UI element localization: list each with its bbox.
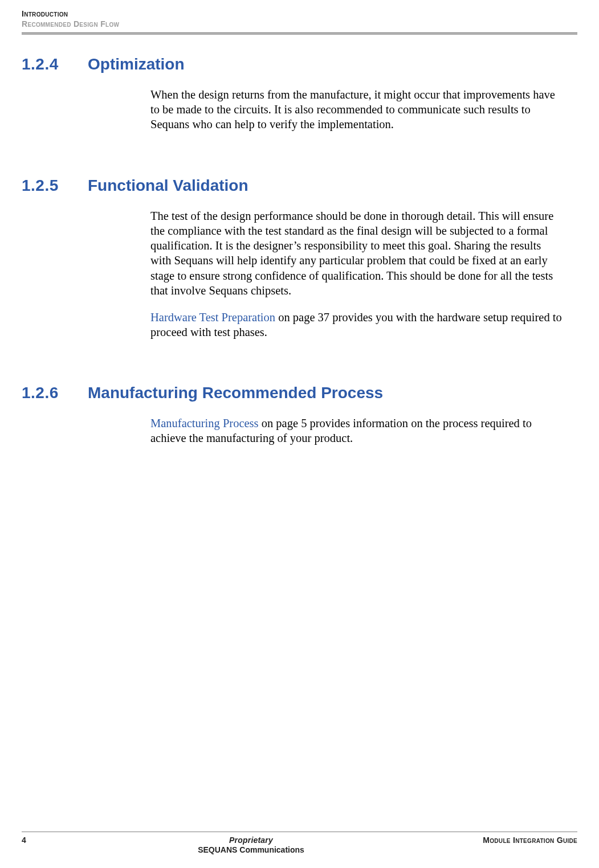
footer-company: SEQUANS Communications <box>56 845 446 854</box>
footer-center: Proprietary SEQUANS Communications <box>56 836 446 854</box>
paragraph: Hardware Test Preparation on page 37 pro… <box>150 310 563 339</box>
footer-row: 4 Proprietary SEQUANS Communications Mod… <box>22 836 577 854</box>
heading-1-2-5: 1.2.5 Functional Validation <box>22 177 577 195</box>
section-1-2-6: 1.2.6 Manufacturing Recommended Process … <box>22 384 577 445</box>
heading-number: 1.2.5 <box>22 177 88 195</box>
body-1-2-4: When the design returns from the manufac… <box>150 87 563 132</box>
paragraph: When the design returns from the manufac… <box>150 87 563 132</box>
heading-title: Optimization <box>88 55 185 73</box>
running-head: Introduction Recommended Design Flow <box>22 9 577 29</box>
heading-number: 1.2.6 <box>22 384 88 402</box>
heading-1-2-6: 1.2.6 Manufacturing Recommended Process <box>22 384 577 402</box>
link-hardware-test-preparation[interactable]: Hardware Test Preparation <box>150 311 275 324</box>
section-1-2-5: 1.2.5 Functional Validation The test of … <box>22 177 577 339</box>
footer-page-number: 4 <box>22 836 56 845</box>
link-manufacturing-process[interactable]: Manufacturing Process <box>150 417 259 429</box>
body-1-2-5: The test of the design performance shoul… <box>150 208 563 339</box>
paragraph: Manufacturing Process on page 5 provides… <box>150 416 563 445</box>
running-head-chapter: Introduction <box>22 9 577 19</box>
footer-doc-title: Module Integration Guide <box>446 836 577 845</box>
heading-title: Functional Validation <box>88 177 248 195</box>
page: Introduction Recommended Design Flow 1.2… <box>0 0 599 868</box>
section-1-2-4: 1.2.4 Optimization When the design retur… <box>22 55 577 132</box>
heading-title: Manufacturing Recommended Process <box>88 384 383 402</box>
page-footer: 4 Proprietary SEQUANS Communications Mod… <box>22 832 577 854</box>
footer-proprietary: Proprietary <box>229 836 273 845</box>
header-rule-thick <box>22 32 577 34</box>
content-area: 1.2.4 Optimization When the design retur… <box>22 35 577 446</box>
footer-rule <box>22 832 577 832</box>
paragraph: The test of the design performance shoul… <box>150 208 563 298</box>
body-1-2-6: Manufacturing Process on page 5 provides… <box>150 416 563 445</box>
heading-1-2-4: 1.2.4 Optimization <box>22 55 577 73</box>
running-head-section: Recommended Design Flow <box>22 19 577 30</box>
heading-number: 1.2.4 <box>22 55 88 73</box>
